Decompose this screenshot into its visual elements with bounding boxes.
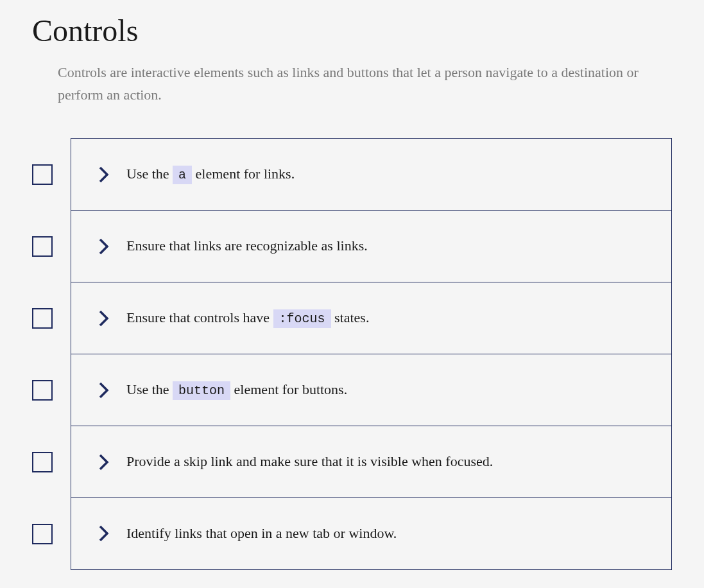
checkbox[interactable] [32, 164, 53, 185]
section-description: Controls are interactive elements such a… [58, 61, 648, 106]
checklist-item-text: Ensure that controls have :focus states. [126, 308, 369, 328]
checkbox[interactable] [32, 524, 53, 544]
chevron-right-icon [98, 238, 110, 255]
checklist-item-text: Use the a element for links. [126, 164, 295, 184]
checkbox[interactable] [32, 308, 53, 329]
checklist-item-text: Identify links that open in a new tab or… [126, 524, 397, 544]
checklist-row: Use the a element for links. [32, 138, 672, 211]
checklist-item-text: Ensure that links are recognizable as li… [126, 236, 368, 256]
checklist-row: Identify links that open in a new tab or… [32, 498, 672, 570]
checklist-item[interactable]: Provide a skip link and make sure that i… [71, 426, 672, 498]
checklist-row: Provide a skip link and make sure that i… [32, 426, 672, 498]
checklist-item[interactable]: Ensure that controls have :focus states. [71, 282, 672, 354]
checklist-item[interactable]: Identify links that open in a new tab or… [71, 498, 672, 570]
checklist-item[interactable]: Use the a element for links. [71, 138, 672, 211]
checkbox[interactable] [32, 236, 53, 257]
code-token: :focus [273, 309, 331, 328]
code-token: a [173, 166, 192, 184]
chevron-right-icon [98, 524, 110, 542]
checklist-item-text: Provide a skip link and make sure that i… [126, 452, 493, 472]
checklist-item[interactable]: Use the button element for buttons. [71, 354, 672, 426]
checkbox[interactable] [32, 452, 53, 472]
checklist-row: Ensure that links are recognizable as li… [32, 211, 672, 282]
chevron-right-icon [98, 166, 110, 184]
checklist-row: Ensure that controls have :focus states. [32, 282, 672, 354]
chevron-right-icon [98, 381, 110, 399]
section-heading: Controls [32, 13, 672, 48]
code-token: button [173, 381, 230, 400]
checklist-item-text: Use the button element for buttons. [126, 380, 347, 400]
checklist-row: Use the button element for buttons. [32, 354, 672, 426]
checklist: Use the a element for links.Ensure that … [32, 138, 672, 569]
checkbox[interactable] [32, 380, 53, 401]
chevron-right-icon [98, 309, 110, 327]
chevron-right-icon [98, 453, 110, 471]
checklist-item[interactable]: Ensure that links are recognizable as li… [71, 211, 672, 282]
